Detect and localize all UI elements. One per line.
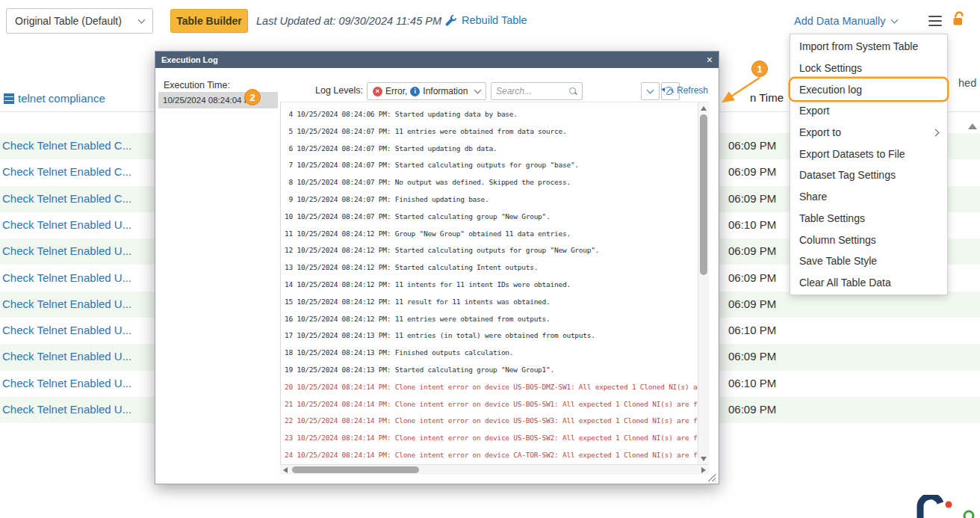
refresh-icon: [665, 87, 673, 95]
log-line-text: 10/25/2024 08:24:12 PM: Started calculat…: [297, 246, 599, 254]
table-select-value: Original Table (Default): [15, 15, 122, 27]
search-icon: [568, 87, 577, 96]
table-row-link[interactable]: Check Telnet Enabled C...: [2, 165, 131, 178]
table-row-link[interactable]: Check Telnet Enabled C...: [2, 139, 131, 152]
menu-item-label: Dataset Tag Settings: [799, 169, 896, 181]
log-line: 14 10/25/2024 08:24:12 PM: 11 intents fo…: [285, 277, 698, 294]
table-row-link[interactable]: Check Telnet Enabled U...: [2, 297, 131, 310]
log-levels-select[interactable]: × Error, i Information: [367, 82, 486, 100]
table-builder-button[interactable]: Table Builder: [170, 9, 248, 33]
log-line-number: 16: [285, 315, 297, 323]
menu-item-lock-settings[interactable]: Lock Settings: [790, 58, 947, 79]
search-input[interactable]: [496, 86, 568, 96]
table-row-link[interactable]: Check Telnet Enabled C...: [2, 192, 131, 205]
unlock-icon[interactable]: [951, 10, 966, 30]
table-row-link[interactable]: Check Telnet Enabled U...: [2, 350, 131, 363]
log-line: 23 10/25/2024 08:24:14 PM: Clone intent …: [285, 430, 698, 447]
menu-item-execution-log[interactable]: Execution log: [790, 78, 947, 100]
scroll-down-icon[interactable]: [701, 457, 707, 461]
execution-log-dialog: Execution Log × Execution Time: 10/25/20…: [155, 51, 719, 484]
error-icon: ×: [373, 87, 382, 96]
log-line-number: 6: [285, 144, 297, 152]
log-line: 21 10/25/2024 08:24:14 PM: Clone intent …: [285, 396, 698, 413]
rebuild-table-label: Rebuild Table: [462, 14, 527, 26]
menu-item-share[interactable]: Share: [790, 186, 947, 208]
log-line-number: 14: [285, 280, 297, 289]
chevron-down-icon: [890, 16, 898, 23]
log-line-number: 4: [285, 110, 297, 118]
log-line: 16 10/25/2024 08:24:12 PM: 11 entries we…: [285, 311, 698, 328]
menu-item-label: Lock Settings: [799, 62, 862, 74]
table-row-link[interactable]: Check Telnet Enabled U...: [2, 377, 131, 389]
menu-item-export-to[interactable]: Export to: [790, 122, 947, 144]
table-row-link[interactable]: Check Telnet Enabled U...: [2, 324, 131, 336]
log-levels-label: Log Levels:: [315, 85, 363, 96]
log-line: 9 10/25/2024 08:24:07 PM: Finished updat…: [285, 191, 698, 209]
find-next-button[interactable]: [641, 82, 660, 100]
vertical-scrollbar[interactable]: [698, 102, 709, 465]
log-line-number: 23: [285, 434, 297, 442]
log-line-text: 10/25/2024 08:24:14 PM: Clone intent err…: [297, 383, 698, 391]
refresh-button[interactable]: Refresh: [665, 85, 708, 96]
table-row-link[interactable]: Check Telnet Enabled U...: [2, 271, 131, 284]
annotation-step-2: 2: [244, 89, 261, 105]
search-box: [491, 82, 583, 100]
menu-item-label: Export Datasets to File: [799, 148, 905, 160]
log-line-number: 11: [285, 229, 297, 238]
table-row-time: 06:09 PM: [728, 403, 776, 416]
log-line-number: 7: [285, 161, 297, 169]
table-row-time: 06:09 PM: [728, 192, 776, 205]
log-line-number: 8: [285, 178, 297, 186]
menu-item-label: Table Settings: [799, 212, 865, 224]
brand-logo-partial: [910, 495, 980, 518]
log-line-text: 10/25/2024 08:24:07 PM: 11 entries were …: [297, 127, 566, 135]
add-data-menu: Import from System Table Lock Settings E…: [790, 34, 948, 295]
table-scroll-up-icon[interactable]: [968, 123, 977, 129]
log-line: 17 10/25/2024 08:24:13 PM: 11 entries (i…: [285, 327, 698, 345]
rebuild-table-link[interactable]: Rebuild Table: [444, 14, 527, 26]
log-line-text: 10/25/2024 08:24:07 PM: No output was de…: [297, 178, 570, 186]
menu-item-clear-all-table-data[interactable]: Clear All Table Data: [790, 272, 947, 294]
menu-item-column-settings[interactable]: Column Settings: [790, 229, 947, 250]
log-line-text: 10/25/2024 08:24:07 PM: Finished updatin…: [297, 195, 489, 203]
scroll-right-icon[interactable]: [701, 467, 706, 473]
log-line-number: 15: [285, 297, 297, 306]
log-line-text: 10/25/2024 08:24:13 PM: 11 entries (in t…: [297, 331, 595, 339]
add-data-manually-link[interactable]: Add Data Manually: [794, 15, 897, 27]
menu-item-label: Export: [799, 105, 829, 117]
table-tab-telnet-compliance[interactable]: telnet compliance: [18, 92, 105, 105]
log-line-number: 18: [285, 348, 297, 357]
menu-item-export-datasets-to-file[interactable]: Export Datasets to File: [790, 143, 947, 164]
status-text-partial: hed: [958, 77, 976, 89]
chevron-down-icon: [647, 86, 654, 93]
scroll-left-icon[interactable]: [283, 467, 288, 473]
menu-item-export[interactable]: Export: [790, 100, 947, 122]
menu-item-table-settings[interactable]: Table Settings: [790, 208, 947, 229]
log-line: 6 10/25/2024 08:24:07 PM: Started updati…: [285, 141, 698, 158]
menu-item-import-from-system-table[interactable]: Import from System Table: [790, 36, 947, 58]
horizontal-scrollbar-thumb[interactable]: [292, 466, 419, 473]
chevron-down-icon: [138, 16, 146, 23]
menu-item-save-table-style[interactable]: Save Table Style: [790, 250, 947, 272]
close-icon[interactable]: ×: [707, 55, 713, 65]
log-line: 4 10/25/2024 08:24:06 PM: Started updati…: [285, 106, 698, 123]
table-row-link[interactable]: Check Telnet Enabled U...: [2, 403, 131, 416]
vertical-scrollbar-thumb[interactable]: [700, 114, 707, 275]
table-row-link[interactable]: Check Telnet Enabled U...: [2, 244, 131, 257]
log-line-number: 20: [285, 383, 297, 391]
menu-icon[interactable]: [928, 16, 942, 29]
horizontal-scrollbar[interactable]: [280, 464, 709, 475]
log-line-text: 10/25/2024 08:24:13 PM: Started calculat…: [297, 366, 554, 374]
annotation-step-1: 1: [751, 61, 768, 77]
menu-item-dataset-tag-settings[interactable]: Dataset Tag Settings: [790, 164, 947, 186]
table-row-link[interactable]: Check Telnet Enabled U...: [2, 218, 131, 231]
log-line-number: 9: [285, 195, 297, 203]
refresh-label: Refresh: [677, 85, 708, 96]
log-line: 19 10/25/2024 08:24:13 PM: Started calcu…: [285, 362, 698, 379]
log-line-text: 10/25/2024 08:24:14 PM: Clone intent err…: [297, 451, 698, 459]
scroll-up-icon[interactable]: [701, 106, 707, 111]
table-select[interactable]: Original Table (Default): [6, 8, 153, 34]
log-line: 11 10/25/2024 08:24:12 PM: Group "New Gr…: [285, 226, 698, 243]
menu-item-label: Export to: [799, 126, 841, 138]
log-line-text: 10/25/2024 08:24:12 PM: 11 intents for 1…: [297, 280, 570, 289]
